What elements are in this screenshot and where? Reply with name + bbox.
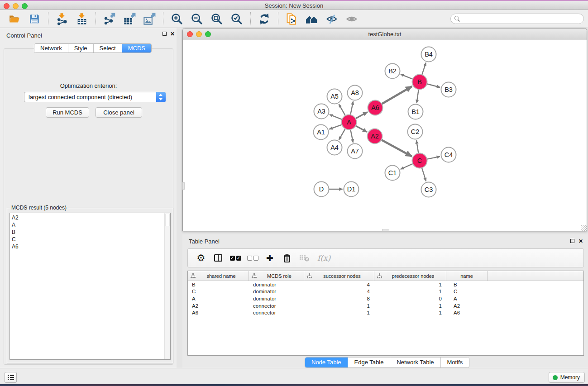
node-A8[interactable]: A8: [348, 86, 363, 100]
edge-A-A4[interactable]: [339, 129, 346, 140]
column-header-name[interactable]: name: [446, 271, 488, 281]
function-builder-button[interactable]: f(x): [317, 253, 330, 262]
show-graphics-details-button[interactable]: [344, 12, 359, 26]
mcds-result-item[interactable]: A2: [10, 214, 164, 221]
close-panel-button[interactable]: Close panel: [96, 107, 142, 118]
column-header-MCDS-role[interactable]: MCDS role: [249, 271, 304, 281]
table-cell[interactable]: A6: [188, 310, 249, 315]
node-C4[interactable]: C4: [441, 148, 456, 162]
node-D1[interactable]: D1: [344, 182, 359, 197]
mcds-result-item[interactable]: B: [10, 229, 164, 236]
zoom-in-button[interactable]: [170, 12, 184, 26]
memory-button[interactable]: Memory: [549, 372, 585, 383]
node-B2[interactable]: B2: [385, 64, 400, 79]
table-cell[interactable]: dominator: [249, 282, 304, 287]
node-A6[interactable]: A6: [368, 100, 383, 115]
left-splitter-grip[interactable]: [182, 182, 185, 190]
node-A5[interactable]: A5: [327, 89, 342, 104]
column-header-shared-name[interactable]: shared name: [188, 271, 249, 281]
node-C2[interactable]: C2: [408, 124, 423, 139]
deselect-all-button[interactable]: [247, 252, 258, 264]
mcds-result-item[interactable]: A6: [10, 243, 164, 250]
column-visibility-button[interactable]: [212, 252, 224, 264]
table-cell[interactable]: A: [188, 296, 249, 301]
run-mcds-button[interactable]: Run MCDS: [46, 107, 89, 118]
table-cell[interactable]: dominator: [249, 289, 304, 294]
edge-A-A7[interactable]: [350, 129, 353, 143]
edge-C-C3[interactable]: [422, 167, 426, 181]
network-window-titlebar[interactable]: testGlobe.txt: [183, 29, 587, 40]
edge-C-C1[interactable]: [401, 163, 413, 169]
zoom-fit-button[interactable]: [210, 12, 224, 26]
list-scrollbar[interactable]: [164, 213, 170, 359]
float-panel-icon[interactable]: [163, 32, 167, 36]
optimization-criterion-dropdown[interactable]: largest connected component (directed): [24, 92, 166, 102]
table-cell[interactable]: 4: [304, 289, 374, 294]
float-table-panel-icon[interactable]: [570, 239, 574, 243]
column-header-successor-nodes[interactable]: successor nodes: [304, 271, 374, 281]
tab-motifs[interactable]: Motifs: [441, 357, 469, 367]
table-cell[interactable]: 1: [374, 310, 446, 315]
export-image-button[interactable]: [142, 12, 157, 26]
table-cell[interactable]: 1: [374, 282, 446, 287]
table-cell[interactable]: A2: [446, 303, 488, 309]
edge-A-A1[interactable]: [329, 124, 342, 129]
tab-node-table[interactable]: Node Table: [305, 357, 348, 367]
table-cell[interactable]: B: [446, 282, 488, 287]
edge-B-B1[interactable]: [417, 89, 419, 103]
tab-mcds[interactable]: MCDS: [122, 44, 151, 52]
tab-select[interactable]: Select: [94, 44, 122, 52]
edge-A-A3[interactable]: [330, 114, 343, 119]
export-network-button[interactable]: [102, 12, 117, 26]
node-C3[interactable]: C3: [421, 182, 436, 197]
table-cell[interactable]: 1: [374, 303, 446, 309]
import-network-button[interactable]: [55, 12, 69, 26]
table-cell[interactable]: 4: [304, 282, 374, 287]
node-A[interactable]: A: [342, 115, 357, 130]
table-row[interactable]: Adominator80A: [188, 295, 583, 302]
node-A2[interactable]: A2: [368, 129, 382, 144]
node-C[interactable]: C: [412, 153, 427, 168]
column-header-predecessor-nodes[interactable]: predecessor nodes: [374, 271, 446, 281]
zoom-selected-button[interactable]: [229, 12, 244, 26]
table-row[interactable]: A2connector11A2: [188, 302, 583, 310]
node-A4[interactable]: A4: [327, 140, 342, 155]
network-canvas[interactable]: B4B2BB3A8A5A6A3B1AA1C2A2A4A7C4CC1C3DD1: [183, 40, 587, 231]
edge-A-A2[interactable]: [355, 125, 367, 132]
table-cell[interactable]: A6: [446, 310, 488, 315]
table-cell[interactable]: 1: [374, 289, 446, 294]
table-settings-button[interactable]: ⚙: [195, 252, 207, 264]
table-cell[interactable]: B: [188, 282, 249, 287]
close-panel-icon[interactable]: ✕: [170, 31, 175, 37]
edge-A-A5[interactable]: [339, 104, 346, 116]
delete-table-button[interactable]: [298, 252, 310, 264]
table-row[interactable]: Cdominator41C: [188, 288, 583, 295]
table-cell[interactable]: 1: [304, 310, 374, 315]
edge-B-B4[interactable]: [422, 63, 426, 76]
home-button[interactable]: [305, 12, 319, 26]
hide-graphics-details-button[interactable]: [325, 12, 339, 26]
add-column-button[interactable]: ✚: [264, 252, 276, 264]
node-C1[interactable]: C1: [385, 166, 400, 181]
export-table-button[interactable]: [122, 12, 137, 26]
node-B[interactable]: B: [412, 75, 427, 90]
table-row[interactable]: A6connector11A6: [188, 309, 583, 316]
node-B3[interactable]: B3: [441, 82, 456, 97]
mcds-result-item[interactable]: A: [10, 221, 164, 229]
table-cell[interactable]: 1: [304, 303, 374, 309]
edge-A-A6[interactable]: [355, 112, 368, 119]
apply-layout-button[interactable]: [257, 12, 272, 26]
edge-A6-B[interactable]: [381, 86, 412, 104]
dropdown-stepper-icon[interactable]: [156, 92, 166, 102]
save-session-button[interactable]: [27, 12, 42, 26]
node-A1[interactable]: A1: [314, 125, 329, 140]
edge-B-B3[interactable]: [426, 84, 440, 87]
mcds-result-item[interactable]: C: [10, 236, 164, 243]
tab-network-table[interactable]: Network Table: [390, 357, 440, 367]
table-row[interactable]: Bdominator41B: [188, 281, 583, 288]
node-B4[interactable]: B4: [421, 47, 436, 62]
edge-C-C4[interactable]: [426, 157, 440, 159]
tab-network[interactable]: Network: [34, 44, 68, 52]
close-table-panel-icon[interactable]: ✕: [578, 238, 583, 244]
zoom-out-button[interactable]: [190, 12, 204, 26]
